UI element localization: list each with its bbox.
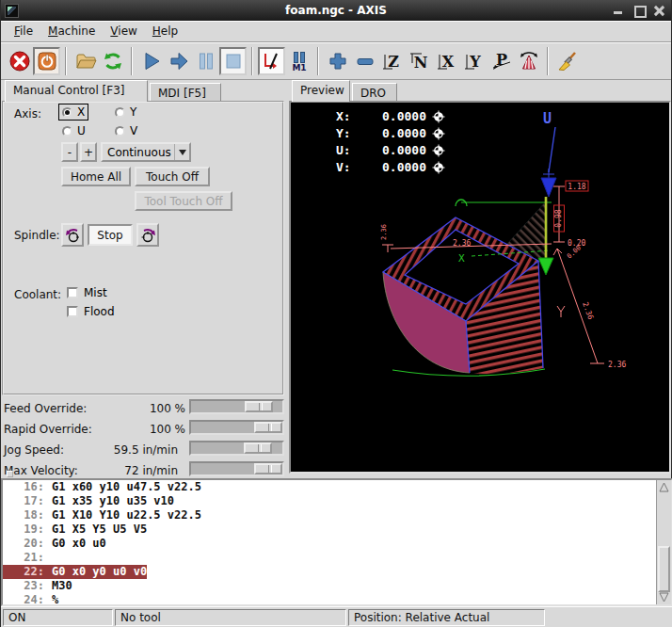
slider-handle[interactable] bbox=[254, 463, 282, 474]
axis-radio-u[interactable]: U bbox=[59, 123, 88, 138]
feed-override-value: 100 % bbox=[114, 402, 185, 415]
pane-sash-grip[interactable] bbox=[7, 471, 13, 477]
tab-manual-control[interactable]: Manual Control [F3] bbox=[5, 80, 148, 102]
tab-preview[interactable]: Preview bbox=[292, 80, 350, 102]
svg-text:Z: Z bbox=[388, 53, 399, 71]
jog-mode-combobox[interactable]: Continuous bbox=[101, 142, 191, 162]
svg-text:M1: M1 bbox=[292, 63, 306, 72]
mist-checkbox[interactable]: Mist bbox=[67, 286, 107, 299]
optional-pause-button[interactable]: M1 bbox=[285, 47, 312, 75]
preview-canvas[interactable]: X:0.0000 Y:0.0000 U:0.0000 V:0.0000 bbox=[289, 101, 671, 474]
view-z-button[interactable]: Z bbox=[378, 47, 406, 75]
open-folder-icon bbox=[74, 50, 97, 72]
slider-handle[interactable] bbox=[254, 422, 282, 433]
svg-text:2.36: 2.36 bbox=[608, 361, 626, 369]
rotate-view-button[interactable] bbox=[515, 47, 542, 75]
toolbar-separator bbox=[547, 47, 549, 75]
radio-dot bbox=[62, 126, 72, 137]
jog-minus-button[interactable]: - bbox=[61, 142, 78, 162]
step-button[interactable] bbox=[165, 47, 192, 75]
slider-handle[interactable] bbox=[245, 401, 273, 412]
menu-help[interactable]: Help bbox=[145, 22, 185, 40]
gcode-line[interactable]: 17:G1 x35 y10 u35 v10 bbox=[3, 494, 671, 508]
reload-icon bbox=[102, 50, 124, 72]
statusbar: ON No tool Position: Relative Actual bbox=[1, 606, 672, 627]
gcode-line[interactable]: 18:G1 X10 Y10 u22.5 v22.5 bbox=[3, 508, 671, 522]
view-perspective-button[interactable]: P bbox=[488, 47, 515, 75]
flood-checkbox[interactable]: Flood bbox=[67, 305, 115, 318]
position-mode-cell: Position: Relative Actual bbox=[348, 609, 545, 626]
gcode-line[interactable]: 23:M30 bbox=[3, 579, 671, 593]
minimize-button[interactable] bbox=[613, 5, 624, 16]
open-file-button[interactable] bbox=[72, 47, 99, 75]
rapid-override-slider[interactable] bbox=[189, 420, 284, 435]
max-velocity-slider[interactable] bbox=[189, 461, 284, 476]
titlebar[interactable]: foam.ngc - AXIS bbox=[1, 0, 671, 21]
zoom-out-button[interactable] bbox=[351, 47, 378, 75]
machine-power-button[interactable] bbox=[33, 47, 60, 75]
jog-plus-button[interactable]: + bbox=[80, 142, 97, 162]
maximize-button[interactable] bbox=[633, 5, 645, 16]
stop-button[interactable] bbox=[219, 47, 247, 75]
home-all-button[interactable]: Home All bbox=[61, 167, 131, 186]
skip-lines-icon bbox=[261, 50, 283, 72]
pause-icon bbox=[195, 50, 217, 72]
manual-control-panel: Manual Control [F3] MDI [F5] Axis: X Y U… bbox=[1, 80, 286, 478]
gcode-scrollbar[interactable] bbox=[656, 480, 671, 604]
run-button[interactable] bbox=[137, 47, 165, 75]
zoom-out-icon bbox=[355, 51, 376, 72]
feed-override-slider[interactable] bbox=[189, 399, 284, 414]
view-z-rotated-button[interactable]: N bbox=[406, 47, 433, 75]
tab-dro[interactable]: DRO bbox=[352, 83, 397, 102]
gcode-listing[interactable]: 16:G1 x60 y10 u47.5 v22.5 17:G1 x35 y10 … bbox=[1, 478, 672, 606]
spindle-stop-button[interactable]: Stop bbox=[88, 224, 133, 246]
axis-radio-x[interactable]: X bbox=[59, 104, 88, 120]
scroll-up-icon[interactable] bbox=[658, 481, 670, 493]
close-button[interactable] bbox=[654, 5, 665, 16]
estop-button[interactable] bbox=[6, 47, 33, 75]
clear-plot-button[interactable] bbox=[553, 47, 581, 75]
x-axis-label: X bbox=[458, 252, 465, 265]
chevron-down-icon[interactable] bbox=[174, 144, 189, 160]
jog-speed-value: 59.5 in/min bbox=[95, 443, 178, 457]
toolbar-separator bbox=[65, 47, 67, 75]
gcode-line[interactable]: 20:G0 x0 u0 bbox=[3, 537, 671, 551]
skip-lines-button[interactable] bbox=[258, 47, 285, 75]
view-x-button[interactable]: X bbox=[433, 47, 460, 75]
machine-state-cell: ON bbox=[3, 609, 113, 626]
menu-machine[interactable]: Machine bbox=[40, 22, 103, 40]
gcode-line[interactable]: 21: bbox=[3, 551, 671, 565]
menu-view[interactable]: View bbox=[103, 22, 144, 40]
scroll-down-icon[interactable] bbox=[658, 591, 670, 603]
view-y-button[interactable]: Y bbox=[460, 47, 488, 75]
zoom-in-icon bbox=[328, 51, 348, 72]
scrollbar-thumb[interactable] bbox=[658, 546, 670, 592]
view-y-icon: Y bbox=[463, 50, 486, 72]
reload-button[interactable] bbox=[99, 47, 126, 75]
gcode-line[interactable]: 24:% bbox=[3, 593, 671, 606]
jog-speed-slider[interactable] bbox=[189, 441, 284, 456]
gcode-line-active[interactable]: 22:G0 x0 y0 u0 v0 bbox=[3, 565, 671, 579]
touch-off-button[interactable]: Touch Off bbox=[135, 167, 210, 186]
view-z-rotated-icon: N bbox=[408, 50, 431, 72]
gcode-line[interactable]: 16:G1 x60 y10 u47.5 v22.5 bbox=[3, 480, 671, 494]
tab-mdi[interactable]: MDI [F5] bbox=[150, 83, 221, 102]
gcode-line[interactable]: 19:G1 X5 Y5 U5 V5 bbox=[3, 522, 671, 537]
svg-text:X: X bbox=[441, 53, 454, 71]
axis-radio-y[interactable]: Y bbox=[112, 104, 139, 120]
pause-button[interactable] bbox=[192, 47, 219, 75]
toolbar-separator bbox=[317, 47, 319, 75]
slider-handle[interactable] bbox=[244, 442, 272, 454]
tool-touch-off-button[interactable]: Tool Touch Off bbox=[135, 191, 232, 211]
toolpath-scene: X U bbox=[291, 103, 669, 472]
spindle-ccw-button[interactable] bbox=[61, 223, 84, 247]
spindle-ccw-icon bbox=[64, 227, 81, 244]
svg-text:1.18: 1.18 bbox=[568, 183, 585, 191]
zoom-in-button[interactable] bbox=[324, 47, 351, 75]
menu-file[interactable]: File bbox=[7, 22, 40, 40]
spindle-cw-button[interactable] bbox=[136, 223, 159, 247]
axis-window: foam.ngc - AXIS File Machine View Help bbox=[0, 0, 672, 627]
jog-mode-value: Continuous bbox=[103, 146, 174, 159]
view-x-icon: X bbox=[436, 50, 458, 72]
axis-radio-v[interactable]: V bbox=[112, 123, 140, 138]
